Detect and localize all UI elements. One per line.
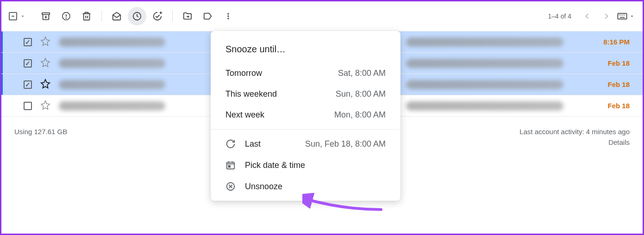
- refresh-icon: [225, 139, 236, 149]
- menu-divider: [211, 129, 400, 130]
- snooze-option-nextweek[interactable]: Next week Mon, 8:00 AM: [211, 105, 400, 125]
- toolbar: 1–4 of 4: [1, 1, 643, 31]
- star-icon: [40, 100, 50, 110]
- clock-icon: [132, 11, 142, 21]
- snooze-option-weekend[interactable]: This weekend Sun, 8:00 AM: [211, 84, 400, 105]
- unsnooze-label: Unsnooze: [245, 182, 282, 192]
- snooze-menu: Snooze until… Tomorrow Sat, 8:00 AM This…: [211, 31, 400, 201]
- snooze-button[interactable]: [128, 7, 146, 25]
- svg-rect-11: [622, 15, 623, 16]
- snooze-pick-datetime[interactable]: Pick date & time: [211, 155, 400, 176]
- svg-rect-9: [619, 15, 620, 16]
- add-task-icon: [152, 11, 163, 21]
- toolbar-divider: [101, 11, 102, 22]
- prev-page-button[interactable]: [578, 7, 596, 25]
- email-time: Feb 18: [607, 80, 635, 88]
- snooze-option-tomorrow[interactable]: Tomorrow Sat, 8:00 AM: [211, 63, 400, 84]
- subject-redacted: [406, 59, 563, 68]
- svg-rect-10: [621, 15, 622, 16]
- svg-point-7: [227, 18, 229, 19]
- row-checkbox[interactable]: [24, 80, 32, 89]
- more-vert-icon: [224, 12, 233, 21]
- folder-move-icon: [182, 11, 193, 21]
- row-checkbox[interactable]: [24, 38, 32, 46]
- email-time: 8:16 PM: [603, 38, 635, 46]
- details-link[interactable]: Details: [519, 138, 630, 146]
- svg-rect-12: [624, 15, 625, 16]
- email-time: Feb 18: [607, 102, 635, 110]
- next-page-button[interactable]: [597, 7, 616, 25]
- archive-button[interactable]: [37, 7, 55, 25]
- add-task-button[interactable]: [148, 7, 167, 25]
- star-button[interactable]: [40, 100, 50, 112]
- snooze-unsnooze[interactable]: Unsnooze: [211, 176, 400, 197]
- pagination: 1–4 of 4: [548, 7, 635, 25]
- subject-redacted: [406, 80, 563, 89]
- storage-text: Using 127.61 GB: [14, 128, 67, 146]
- sender-redacted: [59, 59, 165, 68]
- pagination-text: 1–4 of 4: [548, 12, 571, 20]
- row-checkbox[interactable]: [24, 102, 32, 110]
- account-activity-text: Last account activity: 4 minutes ago: [519, 128, 630, 136]
- mail-open-icon: [112, 11, 122, 21]
- label-icon: [203, 11, 213, 21]
- keyboard-icon: [617, 13, 627, 19]
- mark-unread-button[interactable]: [107, 7, 126, 25]
- snooze-option-label: Next week: [225, 110, 264, 120]
- snooze-menu-title: Snooze until…: [211, 38, 400, 63]
- subject-redacted: [406, 101, 563, 111]
- trash-icon: [81, 11, 92, 21]
- pick-datetime-label: Pick date & time: [245, 161, 305, 170]
- chevron-left-icon: [582, 12, 592, 21]
- select-all-checkbox[interactable]: [9, 12, 25, 20]
- star-icon: [40, 57, 50, 68]
- star-button[interactable]: [40, 57, 50, 69]
- svg-point-6: [227, 15, 229, 17]
- more-button[interactable]: [219, 7, 238, 25]
- snooze-option-time: Mon, 8:00 AM: [334, 110, 386, 120]
- snooze-last-label: Last: [245, 139, 261, 149]
- svg-rect-0: [42, 13, 50, 15]
- star-icon: [40, 79, 50, 89]
- snooze-last-time: Sun, Feb 18, 8:00 AM: [305, 139, 386, 149]
- subject-redacted: [406, 37, 563, 47]
- star-button[interactable]: [40, 79, 50, 91]
- calendar-icon: [225, 160, 236, 170]
- report-spam-button[interactable]: [57, 7, 75, 25]
- svg-rect-15: [228, 166, 230, 167]
- email-time: Feb 18: [607, 59, 635, 67]
- sender-redacted: [59, 101, 165, 111]
- report-spam-icon: [61, 11, 71, 21]
- snooze-last-used[interactable]: Last Sun, Feb 18, 8:00 AM: [211, 133, 400, 155]
- caret-down-icon: [629, 13, 635, 19]
- row-checkbox[interactable]: [24, 59, 32, 68]
- input-tools-button[interactable]: [617, 7, 635, 25]
- cancel-circle-icon: [225, 181, 236, 192]
- svg-point-3: [66, 18, 67, 19]
- star-button[interactable]: [40, 36, 50, 48]
- toolbar-divider: [172, 11, 173, 22]
- sender-redacted: [59, 37, 165, 47]
- labels-button[interactable]: [199, 7, 217, 25]
- svg-rect-13: [620, 17, 625, 18]
- sender-redacted: [59, 80, 165, 89]
- svg-rect-8: [618, 13, 626, 19]
- chevron-right-icon: [602, 12, 611, 21]
- delete-button[interactable]: [77, 7, 96, 25]
- snooze-option-time: Sat, 8:00 AM: [338, 68, 386, 78]
- caret-down-icon: [20, 13, 25, 19]
- svg-point-5: [227, 13, 229, 14]
- snooze-option-time: Sun, 8:00 AM: [336, 89, 386, 99]
- snooze-option-label: Tomorrow: [225, 68, 262, 78]
- star-icon: [40, 36, 50, 46]
- move-to-button[interactable]: [178, 7, 197, 25]
- archive-icon: [41, 11, 51, 21]
- snooze-option-label: This weekend: [225, 89, 277, 99]
